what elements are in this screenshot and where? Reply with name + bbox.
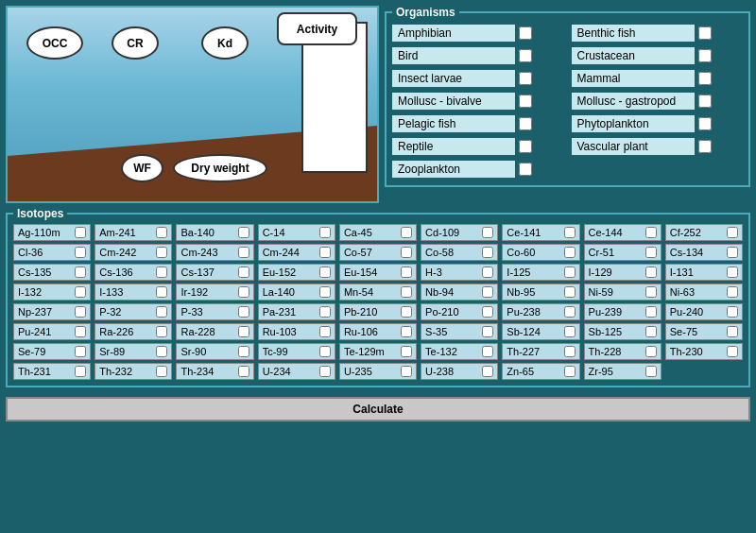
organism-checkbox[interactable] (519, 49, 532, 62)
isotope-label: Cs-136 (99, 266, 154, 278)
isotope-checkbox[interactable] (238, 346, 249, 357)
isotope-checkbox[interactable] (727, 286, 738, 298)
isotope-checkbox[interactable] (319, 306, 331, 318)
calculate-button[interactable]: Calculate (6, 397, 750, 421)
organism-label: Reptile (392, 138, 515, 155)
isotope-checkbox[interactable] (401, 366, 412, 377)
organism-checkbox[interactable] (698, 26, 712, 40)
isotope-checkbox[interactable] (645, 227, 657, 238)
isotope-checkbox[interactable] (75, 266, 86, 278)
isotope-checkbox[interactable] (156, 326, 167, 337)
organism-checkbox[interactable] (519, 95, 532, 108)
isotope-checkbox[interactable] (645, 306, 657, 318)
organism-checkbox[interactable] (519, 26, 532, 40)
isotope-checkbox[interactable] (564, 306, 576, 318)
organism-checkbox[interactable] (698, 140, 712, 153)
organisms-panel: Organisms AmphibianBenthic fishBirdCrust… (385, 6, 750, 203)
isotope-checkbox[interactable] (645, 346, 657, 357)
isotope-checkbox[interactable] (238, 306, 249, 318)
isotope-checkbox[interactable] (75, 366, 86, 377)
isotope-checkbox[interactable] (482, 227, 493, 238)
isotope-label: Ni-63 (670, 286, 725, 298)
isotope-checkbox[interactable] (238, 366, 249, 377)
isotope-checkbox[interactable] (727, 247, 738, 258)
isotope-item: Sb-124 (502, 323, 579, 340)
isotope-checkbox[interactable] (75, 346, 86, 357)
isotope-item: Pu-240 (665, 303, 743, 320)
isotope-checkbox[interactable] (482, 306, 493, 318)
isotope-checkbox[interactable] (645, 366, 657, 377)
isotope-checkbox[interactable] (645, 247, 657, 258)
organism-label: Pelagic fish (392, 115, 515, 132)
isotope-label: Zn-65 (507, 366, 561, 377)
isotope-checkbox[interactable] (156, 227, 167, 238)
isotope-checkbox[interactable] (156, 366, 167, 377)
organism-checkbox[interactable] (519, 117, 532, 130)
isotope-checkbox[interactable] (401, 326, 412, 337)
isotope-checkbox[interactable] (75, 286, 86, 298)
isotope-label: H-3 (425, 266, 480, 278)
isotope-checkbox[interactable] (482, 247, 493, 258)
isotope-checkbox[interactable] (75, 306, 86, 318)
isotope-checkbox[interactable] (319, 366, 331, 377)
isotope-checkbox[interactable] (319, 227, 331, 238)
isotope-checkbox[interactable] (564, 247, 576, 258)
occ-label: OCC (26, 26, 83, 60)
isotope-checkbox[interactable] (482, 326, 493, 337)
isotope-checkbox[interactable] (401, 247, 412, 258)
organism-checkbox[interactable] (698, 117, 712, 130)
isotope-checkbox[interactable] (482, 286, 493, 298)
isotope-checkbox[interactable] (401, 346, 412, 357)
isotope-item: Cs-137 (176, 264, 253, 281)
isotope-checkbox[interactable] (238, 266, 249, 278)
organism-checkbox[interactable] (519, 163, 532, 176)
isotope-checkbox[interactable] (319, 326, 331, 337)
isotope-checkbox[interactable] (564, 366, 576, 377)
isotope-checkbox[interactable] (319, 346, 331, 357)
isotope-checkbox[interactable] (645, 326, 657, 337)
isotope-checkbox[interactable] (319, 266, 331, 278)
isotope-checkbox[interactable] (238, 326, 249, 337)
isotope-label: Sb-125 (589, 326, 644, 337)
isotope-checkbox[interactable] (75, 247, 86, 258)
isotope-checkbox[interactable] (238, 286, 249, 298)
isotope-checkbox[interactable] (564, 326, 576, 337)
isotope-checkbox[interactable] (645, 286, 657, 298)
isotope-checkbox[interactable] (156, 266, 167, 278)
isotope-checkbox[interactable] (727, 326, 738, 337)
isotope-item: I-129 (584, 264, 662, 281)
isotope-checkbox[interactable] (482, 366, 493, 377)
isotope-checkbox[interactable] (727, 306, 738, 318)
isotope-checkbox[interactable] (156, 306, 167, 318)
isotope-checkbox[interactable] (319, 247, 331, 258)
organism-checkbox[interactable] (698, 95, 712, 108)
isotope-checkbox[interactable] (319, 286, 331, 298)
isotope-checkbox[interactable] (727, 266, 738, 278)
isotope-checkbox[interactable] (564, 227, 576, 238)
isotope-checkbox[interactable] (75, 227, 86, 238)
isotope-checkbox[interactable] (401, 306, 412, 318)
isotope-checkbox[interactable] (401, 266, 412, 278)
isotope-checkbox[interactable] (156, 247, 167, 258)
isotope-checkbox[interactable] (727, 227, 738, 238)
isotope-checkbox[interactable] (564, 286, 576, 298)
isotope-checkbox[interactable] (482, 346, 493, 357)
organism-checkbox[interactable] (698, 49, 712, 62)
isotope-checkbox[interactable] (156, 346, 167, 357)
organism-checkbox[interactable] (519, 72, 532, 85)
isotope-checkbox[interactable] (238, 247, 249, 258)
isotope-checkbox[interactable] (645, 266, 657, 278)
isotope-checkbox[interactable] (156, 286, 167, 298)
isotope-checkbox[interactable] (401, 286, 412, 298)
isotope-checkbox[interactable] (564, 346, 576, 357)
isotope-checkbox[interactable] (401, 227, 412, 238)
organism-checkbox[interactable] (698, 72, 712, 85)
isotope-checkbox[interactable] (564, 266, 576, 278)
isotope-label: U-238 (425, 366, 480, 377)
isotope-item: Pu-238 (502, 303, 579, 320)
isotope-checkbox[interactable] (727, 346, 738, 357)
isotope-checkbox[interactable] (75, 326, 86, 337)
isotope-checkbox[interactable] (238, 227, 249, 238)
isotope-checkbox[interactable] (482, 266, 493, 278)
organism-checkbox[interactable] (519, 140, 532, 153)
